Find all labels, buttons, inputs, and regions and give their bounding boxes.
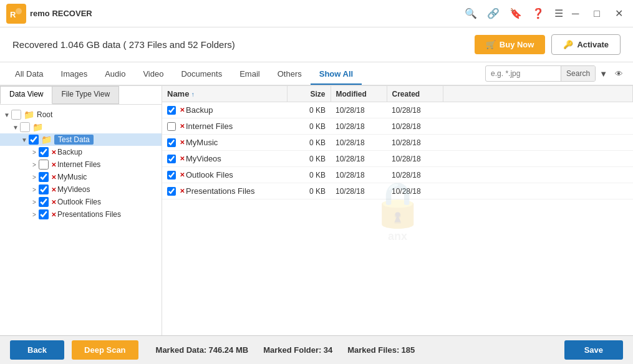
restore-button[interactable]: □: [590, 7, 604, 21]
minimize-button[interactable]: ─: [568, 7, 582, 21]
col-header-name[interactable]: Name ↑: [162, 86, 287, 102]
tree-item-outlook[interactable]: > ✕ Outlook Files: [0, 196, 162, 208]
file-extra-1: [443, 118, 633, 135]
error-icon-mymusic: ✕: [51, 174, 56, 181]
tree-toggle-testdata[interactable]: ▼: [20, 136, 29, 143]
search-icon-btn[interactable]: 🔍: [465, 7, 477, 19]
error-icon-outlook: ✕: [51, 199, 56, 206]
window-controls: ─ □ ✕: [568, 6, 627, 21]
search-input[interactable]: [486, 69, 561, 78]
tree-checkbox-level1[interactable]: [20, 122, 30, 132]
tree-label-backup: Backup: [57, 148, 82, 156]
file-modified-3: 10/28/18: [331, 151, 387, 167]
save-button[interactable]: Save: [564, 340, 623, 360]
file-error-icon-2: ✕: [180, 139, 185, 146]
buy-now-button[interactable]: 🛒 Buy Now: [475, 35, 546, 54]
file-size-1: 0 KB: [287, 118, 331, 135]
back-button[interactable]: Back: [10, 340, 64, 360]
tree-toggle-level1[interactable]: ▼: [11, 124, 20, 131]
table-row: ✕ MyVideos 0 KB 10/28/18 10/28/18: [162, 151, 633, 167]
app-logo: R remo RECOVER: [6, 4, 92, 24]
tree-toggle-root[interactable]: ▼: [2, 112, 11, 118]
tree-item-mymusic[interactable]: > ✕ MyMusic: [0, 171, 162, 183]
tree-checkbox-root[interactable]: [11, 110, 21, 120]
col-header-size[interactable]: Size: [287, 86, 331, 102]
tree-item-level1[interactable]: ▼ 📁: [0, 121, 162, 133]
file-modified-0: 10/28/18: [331, 102, 387, 118]
file-type-view-tab[interactable]: File Type View: [52, 86, 119, 104]
error-icon-backup: ✕: [51, 149, 56, 156]
deep-scan-button[interactable]: Deep Scan: [72, 340, 138, 360]
file-checkbox-5[interactable]: [167, 187, 176, 196]
tree-checkbox-mymusic[interactable]: [39, 172, 49, 182]
tree-label-outlook: Outlook Files: [57, 198, 101, 206]
col-header-created[interactable]: Created: [387, 86, 443, 102]
file-created-2: 10/28/18: [387, 135, 443, 151]
file-checkbox-4[interactable]: [167, 171, 176, 180]
key-icon: 🔑: [563, 40, 573, 49]
tree-toggle-backup[interactable]: >: [30, 149, 39, 156]
search-button[interactable]: Search: [561, 65, 595, 82]
marked-data-label: Marked Data:: [156, 345, 207, 355]
tree-item-internet[interactable]: > ✕ Internet Files: [0, 158, 162, 171]
tree-toggle-myvideos[interactable]: >: [30, 186, 39, 193]
preview-button[interactable]: 👁: [611, 69, 627, 79]
file-checkbox-1[interactable]: [167, 122, 176, 131]
tree-checkbox-internet[interactable]: [39, 160, 49, 170]
help-icon-btn[interactable]: ❓: [532, 7, 544, 19]
svg-text:R: R: [10, 10, 16, 19]
tree-toggle-outlook[interactable]: >: [30, 199, 39, 206]
file-name-cell-2: ✕ MyMusic: [162, 135, 287, 151]
tab-others[interactable]: Others: [269, 64, 311, 85]
col-header-modified[interactable]: Modified: [331, 86, 387, 102]
activate-button[interactable]: 🔑 Activate: [551, 34, 621, 55]
file-table: Name ↑ Size Modified Created ✕: [162, 86, 633, 199]
toggle-visibility-button[interactable]: ▼: [596, 69, 611, 79]
file-extra-2: [443, 135, 633, 151]
table-row: ✕ Backup 0 KB 10/28/18 10/28/18: [162, 102, 633, 118]
file-checkbox-2[interactable]: [167, 138, 176, 147]
file-extra-3: [443, 151, 633, 167]
tab-all-data[interactable]: All Data: [6, 64, 52, 85]
marked-files-label: Marked Files:: [347, 345, 399, 355]
tree-checkbox-testdata[interactable]: [29, 135, 39, 145]
tree-item-testdata[interactable]: ▼ 📁 Test Data: [0, 133, 162, 146]
tree-item-presentations[interactable]: > ✕ Presentations Files: [0, 208, 162, 221]
titlebar-actions: 🔍 🔗 🔖 ❓ ☰: [465, 7, 563, 19]
file-checkbox-0[interactable]: [167, 106, 176, 115]
share-icon-btn[interactable]: 🔗: [487, 7, 500, 19]
tree-checkbox-presentations[interactable]: [39, 209, 49, 219]
error-icon-myvideos: ✕: [51, 186, 56, 193]
tab-show-all[interactable]: Show All: [311, 64, 362, 85]
marked-files-stat: Marked Files: 185: [347, 345, 415, 355]
tree-checkbox-outlook[interactable]: [39, 197, 49, 207]
bookmark-icon-btn[interactable]: 🔖: [510, 7, 522, 19]
tab-email[interactable]: Email: [231, 64, 269, 85]
folder-icon-level1: 📁: [32, 122, 43, 132]
tab-audio[interactable]: Audio: [96, 64, 134, 85]
tree-label-myvideos: MyVideos: [57, 185, 90, 194]
menu-icon-btn[interactable]: ☰: [554, 7, 563, 19]
tree-item-root[interactable]: ▼ 📁 Root: [0, 108, 162, 121]
tree-toggle-internet[interactable]: >: [30, 161, 39, 168]
file-name-4: Outlook Files: [186, 170, 233, 180]
tree-checkbox-myvideos[interactable]: [39, 184, 49, 194]
tab-documents[interactable]: Documents: [172, 64, 231, 85]
tree-item-myvideos[interactable]: > ✕ MyVideos: [0, 183, 162, 196]
tab-video[interactable]: Video: [134, 64, 172, 85]
tree-toggle-presentations[interactable]: >: [30, 211, 39, 218]
close-button[interactable]: ✕: [611, 6, 627, 21]
file-checkbox-3[interactable]: [167, 155, 176, 163]
tab-images[interactable]: Images: [52, 64, 97, 85]
tree-checkbox-backup[interactable]: [39, 147, 49, 157]
tree-toggle-mymusic[interactable]: >: [30, 174, 39, 181]
tree-item-backup[interactable]: > ✕ Backup: [0, 146, 162, 158]
file-name-5: Presentations Files: [186, 186, 255, 196]
activate-label: Activate: [577, 40, 609, 49]
file-created-3: 10/28/18: [387, 151, 443, 167]
eye-icon: ▼: [599, 69, 607, 79]
file-name-0: Backup: [186, 105, 213, 115]
data-view-tab[interactable]: Data View: [0, 86, 52, 104]
file-error-icon-5: ✕: [180, 188, 185, 194]
file-modified-4: 10/28/18: [331, 167, 387, 183]
